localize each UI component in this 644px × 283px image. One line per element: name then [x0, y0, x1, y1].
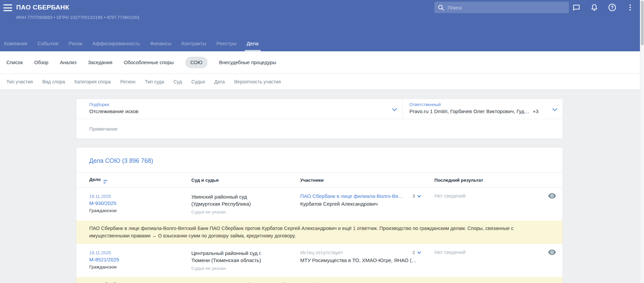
- case-type: Гражданское: [89, 207, 191, 214]
- scrollbar-thumb[interactable]: [641, 1, 644, 45]
- case-number-link[interactable]: М-930/2025: [89, 200, 191, 207]
- filter-bar: Тип участия Вид спора Категория спора Ре…: [0, 74, 644, 89]
- case-type: Гражданское: [89, 263, 191, 271]
- subtab-separate-disputes[interactable]: Обособленные споры: [124, 60, 174, 65]
- cases-panel: Дела СОЮ (3 896 768) Дело Суд и судья Уч…: [76, 147, 563, 283]
- search-icon: [438, 4, 444, 11]
- responsible-label: Ответственный: [409, 102, 547, 107]
- subtab-soyu[interactable]: СОЮ: [185, 57, 208, 68]
- participant-plaintiff-link[interactable]: ПАО Сбербанк в лице филиала-Волго-Вя…: [300, 193, 408, 199]
- watch-eye-icon[interactable]: [548, 193, 556, 200]
- global-search[interactable]: [434, 2, 569, 13]
- tab-contracts[interactable]: Контракты: [182, 41, 206, 51]
- cases-sub-tabs: Список Обзор Анализ Заседания Обособленн…: [0, 51, 644, 74]
- column-header-court: Суд и судья: [191, 178, 300, 183]
- tab-risks[interactable]: Риски: [69, 41, 82, 51]
- last-result: Нет сведений: [434, 193, 541, 199]
- filter-participation-probability[interactable]: Вероятность участия: [234, 79, 281, 84]
- case-date[interactable]: 19.11.2025: [89, 250, 191, 256]
- collections-value: Отслеживание исков: [89, 108, 387, 114]
- case-number-link[interactable]: М-8521/2025: [89, 256, 191, 263]
- tab-events[interactable]: События: [38, 41, 58, 51]
- chevron-down-icon[interactable]: [552, 106, 557, 111]
- column-header-participants: Участники: [300, 178, 434, 183]
- participant-plaintiff-missing: Истец отсутствует: [300, 250, 408, 255]
- filter-court[interactable]: Суд: [173, 79, 182, 84]
- watch-eye-icon[interactable]: [548, 250, 556, 256]
- main-nav-tabs: Компания События Риски Аффилированность …: [4, 41, 259, 51]
- chevron-down-icon[interactable]: [417, 250, 421, 254]
- vertical-scrollbar[interactable]: [640, 0, 644, 283]
- selection-row: Подборки Отслеживание исков Ответственны…: [76, 99, 563, 119]
- court-name: Центральный районный суд г.Тюмени (Тюмен…: [191, 250, 300, 264]
- case-row: 19.11.2025 М-930/2025 Гражданское Увинск…: [76, 187, 563, 221]
- filter-region[interactable]: Регион: [120, 79, 136, 84]
- sort-icon[interactable]: [103, 180, 108, 183]
- case-row: 19.11.2025 М-8521/2025 Гражданское Центр…: [76, 244, 563, 277]
- collections-dropdown[interactable]: Подборки Отслеживание исков: [76, 99, 403, 119]
- chat-icon[interactable]: [572, 3, 581, 12]
- case-summary-highlight: ПАО Сбербанк в лице филиала-Волго-Вятски…: [76, 221, 563, 244]
- cases-title: Дела СОЮ (3 896 768): [76, 148, 563, 173]
- participants-count[interactable]: 2: [412, 250, 415, 255]
- cases-table-header: Дело Суд и судья Участники Последний рез…: [76, 173, 563, 187]
- filter-court-type[interactable]: Тип суда: [145, 79, 164, 84]
- filter-judge[interactable]: Судья: [191, 79, 205, 84]
- responsible-value: Pravo.ru 1 Dmitri, Горбачев Олег Викторо…: [409, 108, 547, 114]
- tab-company[interactable]: Компания: [4, 41, 27, 51]
- notifications-bell-icon[interactable]: [590, 3, 599, 12]
- last-result: Нет сведений: [434, 250, 541, 255]
- content-area: Подборки Отслеживание исков Ответственны…: [0, 89, 644, 283]
- search-input[interactable]: [448, 5, 566, 10]
- subtab-overview[interactable]: Обзор: [34, 60, 48, 65]
- kebab-menu-icon[interactable]: [626, 3, 635, 12]
- column-header-result: Последний результат: [434, 178, 541, 183]
- subtab-extrajudicial[interactable]: Внесудебные процедуры: [219, 60, 276, 65]
- chevron-down-icon[interactable]: [392, 106, 397, 111]
- chevron-down-icon[interactable]: [417, 194, 421, 197]
- subtab-list[interactable]: Список: [6, 60, 23, 65]
- hamburger-menu-icon[interactable]: [3, 4, 12, 11]
- tab-cases[interactable]: Дела: [247, 41, 259, 51]
- judge-info: Судья не указан: [191, 265, 300, 272]
- responsible-extra-count[interactable]: +3: [533, 108, 539, 114]
- court-name: Увинский районный суд(Удмуртская Республ…: [191, 193, 300, 207]
- case-summary-highlight: ПАО Сбербанк против МТУ Росимущества в Т…: [76, 277, 563, 283]
- filter-dispute-category[interactable]: Категория спора: [74, 79, 111, 84]
- filter-participation-type[interactable]: Тип участия: [6, 79, 33, 84]
- header-icons: [572, 3, 635, 12]
- collections-label: Подборки: [89, 102, 387, 107]
- subtab-hearings[interactable]: Заседания: [88, 60, 112, 65]
- selection-panel: Подборки Отслеживание исков Ответственны…: [76, 99, 563, 139]
- participant-defendant: МТУ Росимущества в ТО, ХМАО-Югре, ЯНАО (…: [300, 257, 429, 263]
- help-icon[interactable]: [608, 3, 617, 12]
- case-date[interactable]: 19.11.2025: [89, 193, 191, 200]
- filter-date[interactable]: Дата: [214, 79, 225, 84]
- participants-count[interactable]: 3: [412, 194, 415, 199]
- judge-info: Судья не указан: [191, 209, 300, 215]
- top-header: ПАО СБЕРБАНК ИНН 7707083893 • ОГРН 10277…: [0, 0, 644, 51]
- tab-affiliation[interactable]: Аффилированность: [92, 41, 140, 51]
- tab-registries[interactable]: Реестры: [216, 41, 237, 51]
- subtab-analysis[interactable]: Анализ: [60, 60, 76, 65]
- tab-finance[interactable]: Финансы: [150, 41, 171, 51]
- filter-dispute-kind[interactable]: Вид спора: [42, 79, 65, 84]
- participant-defendant: Курбатов Сергей Александрович: [300, 201, 429, 207]
- column-header-case: Дело: [76, 177, 191, 183]
- note-input[interactable]: Примечание: [76, 119, 563, 138]
- responsible-dropdown[interactable]: Ответственный Pravo.ru 1 Dmitri, Горбаче…: [403, 99, 563, 119]
- company-title: ПАО СБЕРБАНК: [16, 4, 69, 11]
- company-ids: ИНН 7707083893 • ОГРН 1027700132195 • КП…: [16, 15, 140, 20]
